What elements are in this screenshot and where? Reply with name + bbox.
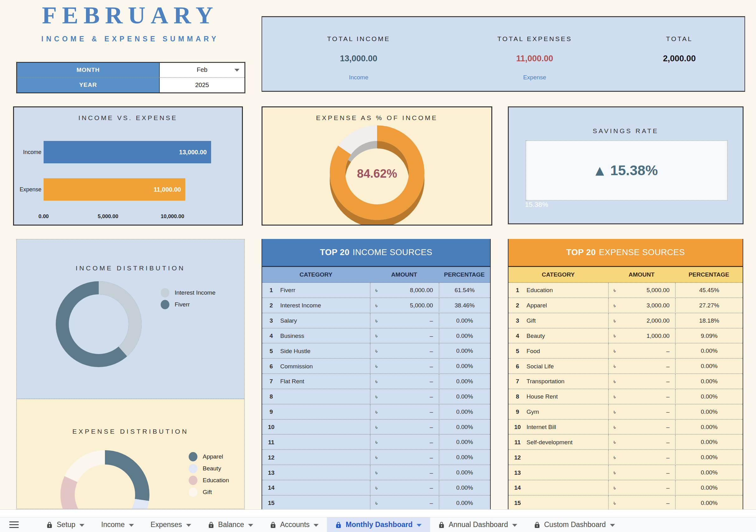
sheet-list-menu-icon[interactable] <box>9 521 19 528</box>
table-row: 1Education৳5,000.0045.45% <box>508 283 742 298</box>
category-name: Apparel <box>526 302 547 309</box>
row-number: 9 <box>262 409 280 415</box>
category-name: Transportation <box>526 378 564 385</box>
amount-cell: ৳5,000.00 <box>370 298 439 313</box>
chevron-down-icon[interactable] <box>313 524 318 527</box>
legend-label: Education <box>203 477 229 484</box>
chevron-down-icon[interactable] <box>79 524 84 527</box>
legend-dot-icon <box>161 300 169 309</box>
currency-symbol: ৳ <box>375 302 378 309</box>
year-input[interactable]: 2025 <box>159 78 244 93</box>
sheet-tab-annual-dashboard[interactable]: Annual Dashboard <box>430 518 526 532</box>
legend-label: Apparel <box>203 453 223 460</box>
amount-value: 2,000.00 <box>646 317 669 324</box>
expense-sources-table: TOP 20 EXPENSE SOURCES CATEGORY AMOUNT P… <box>508 239 743 509</box>
table-row: 2Apparel৳3,000.0027.27% <box>508 298 742 313</box>
table-row: 14৳–0.00% <box>262 480 490 495</box>
amount-cell: ৳– <box>370 359 439 374</box>
currency-symbol: ৳ <box>375 484 378 492</box>
category-cell: 7Transportation <box>508 374 608 389</box>
amount-value: – <box>430 454 433 461</box>
amount-cell: ৳– <box>608 450 675 465</box>
column-header-percentage: PERCENTAGE <box>439 271 490 278</box>
income-distribution-panel: INCOME DISTRIBUTION Interest IncomeFiver… <box>17 240 244 399</box>
expense-distribution-donut <box>43 432 167 509</box>
amount-value: – <box>666 393 670 400</box>
legend-item: Gift <box>189 486 229 498</box>
amount-value: – <box>666 469 670 476</box>
currency-symbol: ৳ <box>375 439 378 446</box>
category-cell: 9Gym <box>508 404 608 420</box>
lock-icon <box>270 521 276 528</box>
income-table-title-bold: TOP 20 <box>320 248 349 257</box>
category-cell: 9 <box>262 404 370 420</box>
bar-category-label: Income <box>16 141 41 163</box>
expense-link[interactable]: Expense <box>523 74 546 81</box>
table-row: 8৳–0.00% <box>262 389 490 404</box>
legend-label: Interest Income <box>175 289 215 296</box>
chevron-down-icon[interactable] <box>129 524 134 527</box>
percentage-cell: 18.18% <box>675 313 742 329</box>
chevron-down-icon[interactable] <box>512 524 517 527</box>
chevron-down-icon[interactable] <box>248 524 253 527</box>
sheet-tab-label: Balance <box>218 520 244 529</box>
month-select[interactable]: Feb <box>159 63 244 78</box>
percentage-cell: 0.00% <box>675 404 742 420</box>
amount-value: 3,000.00 <box>646 302 669 309</box>
row-number: 6 <box>262 363 280 370</box>
chevron-down-icon[interactable] <box>417 524 421 527</box>
sheet-tab-expenses[interactable]: Expenses <box>142 518 200 532</box>
category-cell: 14 <box>262 480 370 495</box>
legend-dot-icon <box>189 488 198 497</box>
currency-symbol: ৳ <box>614 378 616 385</box>
currency-symbol: ৳ <box>375 469 378 476</box>
table-row: 4Beauty৳1,000.009.09% <box>508 329 742 344</box>
chevron-down-icon[interactable] <box>234 69 239 71</box>
amount-value: – <box>430 439 433 446</box>
amount-cell: ৳– <box>370 329 439 344</box>
chevron-down-icon[interactable] <box>610 524 615 527</box>
bar-row: Income13,000.00 <box>14 141 242 163</box>
amount-value: – <box>430 469 433 476</box>
amount-cell: ৳– <box>370 420 439 435</box>
month-value: Feb <box>197 66 207 73</box>
percentage-cell: 0.00% <box>439 495 490 509</box>
page-title: FEBRUARY <box>13 3 248 28</box>
category-cell: 11 <box>262 435 370 450</box>
currency-symbol: ৳ <box>375 454 378 461</box>
sheet-tab-setup[interactable]: Setup <box>38 518 93 532</box>
income-link[interactable]: Income <box>349 74 368 81</box>
percentage-cell: 0.00% <box>439 404 490 420</box>
row-number: 4 <box>262 333 280 340</box>
legend-item: Interest Income <box>161 287 215 299</box>
percentage-cell: 0.00% <box>439 343 490 359</box>
amount-cell: ৳– <box>608 404 675 420</box>
sheet-tab-accounts[interactable]: Accounts <box>261 518 327 532</box>
amount-cell: ৳– <box>608 374 675 389</box>
sheet-tab-monthly-dashboard[interactable]: Monthly Dashboard <box>327 518 430 532</box>
percentage-cell: 0.00% <box>439 313 490 329</box>
table-row: 13৳–0.00% <box>508 465 742 480</box>
chevron-down-icon[interactable] <box>186 524 191 527</box>
sheet-tab-label: Setup <box>57 520 75 529</box>
sheet-tab-custom-dashboard[interactable]: Custom Dashboard <box>526 518 623 532</box>
category-cell: 5Side Hustle <box>262 343 370 359</box>
currency-symbol: ৳ <box>614 409 616 416</box>
amount-cell: ৳– <box>608 359 675 374</box>
row-number: 15 <box>508 500 526 506</box>
income-table-title-rest: INCOME SOURCES <box>353 248 432 257</box>
currency-symbol: ৳ <box>614 317 616 324</box>
category-cell: 2Interest Income <box>262 298 370 313</box>
table-row: 9৳–0.00% <box>262 404 490 420</box>
currency-symbol: ৳ <box>375 347 378 355</box>
legend-dot-icon <box>161 288 169 297</box>
expense-table-title-rest: EXPENSE SOURCES <box>599 248 685 257</box>
income-vs-expense-panel: INCOME VS. EXPENSE Income13,000.00Expens… <box>13 106 243 226</box>
currency-symbol: ৳ <box>614 439 616 446</box>
sheet-tab-balance[interactable]: Balance <box>200 518 261 532</box>
column-header-percentage: PERCENTAGE <box>675 271 742 278</box>
sheet-tab-income[interactable]: Income <box>93 518 142 532</box>
currency-symbol: ৳ <box>614 500 616 507</box>
category-cell: 12 <box>262 450 370 465</box>
legend-item: Apparel <box>189 451 229 463</box>
